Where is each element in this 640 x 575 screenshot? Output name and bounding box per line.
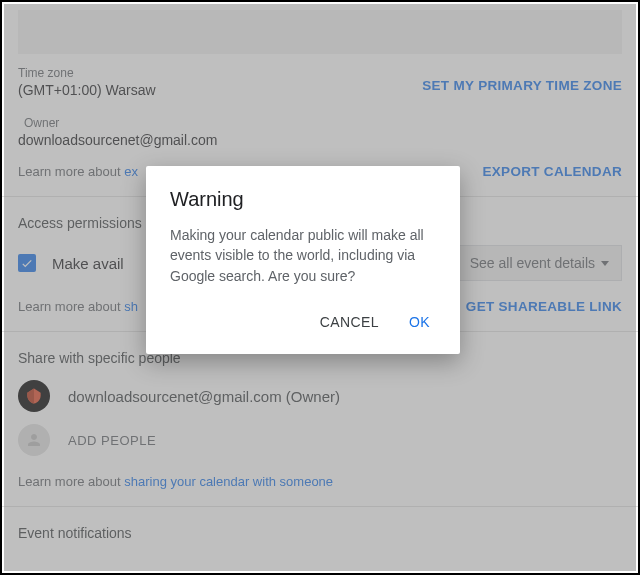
cancel-button[interactable]: CANCEL <box>316 308 383 336</box>
settings-page: Time zone (GMT+01:00) Warsaw SET MY PRIM… <box>2 2 638 573</box>
dialog-body: Making your calendar public will make al… <box>170 225 436 286</box>
ok-button[interactable]: OK <box>405 308 434 336</box>
dialog-title: Warning <box>170 188 436 211</box>
dialog-actions: CANCEL OK <box>170 304 436 342</box>
warning-dialog: Warning Making your calendar public will… <box>146 166 460 354</box>
